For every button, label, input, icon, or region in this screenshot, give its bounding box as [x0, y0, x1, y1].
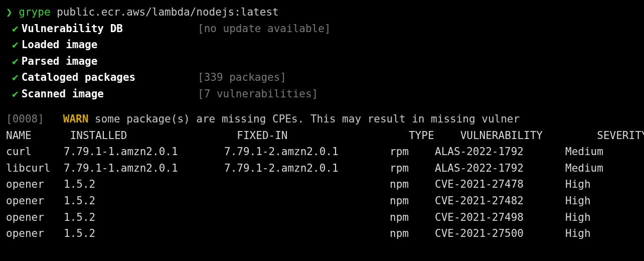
cell-name: curl	[6, 144, 64, 160]
col-header-fixed: FIXED-IN	[237, 127, 402, 144]
check-icon: ✔	[12, 23, 19, 35]
warn-line: [0008] WARN some package(s) are missing …	[6, 111, 638, 127]
cell-vuln: CVE-2021-27498	[435, 209, 565, 226]
cell-severity: High	[565, 193, 591, 209]
cell-severity: High	[565, 176, 591, 193]
cell-name: opener	[6, 193, 64, 209]
step-label: Parsed image	[22, 55, 98, 67]
command-args: public.ecr.aws/lambda/nodejs:latest	[57, 6, 279, 18]
table-row: opener1.5.2npmCVE-2021-27482High	[6, 193, 638, 209]
check-icon: ✔	[12, 71, 19, 83]
check-icon: ✔	[12, 55, 19, 67]
cell-severity: Medium	[565, 160, 603, 177]
cell-type: npm	[390, 193, 435, 209]
table-body: curl7.79.1-1.amzn2.0.17.79.1-2.amzn2.0.1…	[6, 144, 638, 241]
cell-fixed: 7.79.1-2.amzn2.0.1	[224, 160, 390, 177]
progress-step: ✔Loaded image	[12, 37, 638, 53]
cell-severity: Medium	[565, 144, 603, 160]
step-status: [7 vulnerabilities]	[198, 86, 318, 102]
cell-installed: 7.79.1-1.amzn2.0.1	[64, 160, 224, 177]
col-header-name: NAME	[6, 127, 64, 144]
progress-step: ✔Parsed image	[12, 53, 638, 70]
step-label: Vulnerability DB	[22, 23, 123, 35]
prompt-symbol: ❯	[6, 6, 13, 18]
cell-vuln: CVE-2021-27482	[435, 193, 565, 209]
cell-vuln: CVE-2021-27500	[435, 225, 565, 242]
col-header-severity: SEVERITY	[597, 127, 644, 144]
cell-vuln: ALAS-2022-1792	[435, 160, 565, 177]
table-row: opener1.5.2npmCVE-2021-27500High	[6, 225, 638, 242]
check-icon: ✔	[12, 88, 19, 100]
cell-vuln: ALAS-2022-1792	[435, 144, 565, 160]
cell-installed: 1.5.2	[64, 176, 224, 193]
table-row: libcurl7.79.1-1.amzn2.0.17.79.1-2.amzn2.…	[6, 160, 638, 177]
warn-timestamp: [0008]	[6, 113, 44, 125]
table-row: opener1.5.2npmCVE-2021-27498High	[6, 209, 638, 226]
cell-severity: High	[565, 225, 591, 242]
cell-name: opener	[6, 225, 64, 242]
step-status: [339 packages]	[198, 69, 286, 86]
col-header-installed: INSTALLED	[70, 127, 231, 144]
step-status: [no update available]	[198, 21, 331, 37]
cell-fixed: 7.79.1-2.amzn2.0.1	[224, 144, 390, 160]
cell-name: libcurl	[6, 160, 64, 177]
table-header-row: NAME INSTALLED FIXED-IN TYPE VULNERABILI…	[6, 127, 638, 144]
col-header-type: TYPE	[409, 127, 454, 144]
cell-installed: 7.79.1-1.amzn2.0.1	[64, 144, 224, 160]
col-header-vuln: VULNERABILITY	[460, 127, 591, 144]
cell-type: npm	[390, 176, 435, 193]
cell-installed: 1.5.2	[64, 209, 224, 226]
step-label: Scanned image	[22, 88, 104, 100]
progress-step: ✔Cataloged packages[339 packages]	[12, 69, 638, 86]
cell-vuln: CVE-2021-27478	[435, 176, 565, 193]
cell-type: rpm	[390, 144, 435, 160]
table-row: opener1.5.2npmCVE-2021-27478High	[6, 176, 638, 193]
cell-type: rpm	[390, 160, 435, 177]
warn-level: WARN	[63, 113, 89, 125]
check-icon: ✔	[12, 39, 19, 51]
progress-steps: ✔Vulnerability DB[no update available]✔L…	[6, 21, 638, 102]
cell-name: opener	[6, 209, 64, 226]
prompt-line[interactable]: ❯ grype public.ecr.aws/lambda/nodejs:lat…	[6, 4, 638, 21]
cell-severity: High	[565, 209, 591, 226]
cell-installed: 1.5.2	[64, 225, 224, 242]
step-label: Loaded image	[22, 39, 98, 51]
progress-step: ✔Scanned image[7 vulnerabilities]	[12, 86, 638, 102]
step-label: Cataloged packages	[22, 71, 136, 83]
table-row: curl7.79.1-1.amzn2.0.17.79.1-2.amzn2.0.1…	[6, 144, 638, 160]
cell-type: npm	[390, 225, 435, 242]
cell-name: opener	[6, 176, 64, 193]
cell-installed: 1.5.2	[64, 193, 224, 209]
warn-message: some package(s) are missing CPEs. This m…	[95, 113, 520, 125]
cell-type: npm	[390, 209, 435, 226]
command-name: grype	[19, 6, 50, 18]
progress-step: ✔Vulnerability DB[no update available]	[12, 21, 638, 37]
